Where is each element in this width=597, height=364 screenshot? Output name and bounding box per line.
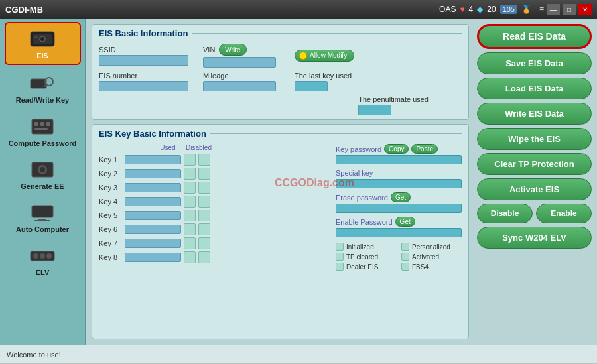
sync-w204-elv-button[interactable]: Sync W204 ELV <box>477 227 592 249</box>
key-3-used[interactable] <box>184 182 196 194</box>
disable-enable-row: Disable Enable <box>477 204 592 223</box>
svg-rect-10 <box>40 122 44 126</box>
last-key-input[interactable] <box>295 81 328 91</box>
erase-password-input[interactable] <box>336 204 462 213</box>
maximize-button[interactable]: □ <box>563 4 576 15</box>
key-7-used[interactable] <box>184 237 196 249</box>
key-row-2: Key 2 <box>99 168 324 180</box>
sidebar-item-read-write-key[interactable]: Read/Write Key <box>5 68 81 108</box>
key-1-used[interactable] <box>184 154 196 166</box>
read-write-key-label: Read/Write Key <box>16 96 70 104</box>
key-6-disabled[interactable] <box>198 223 210 235</box>
clear-tp-protection-button[interactable]: Clear TP Protection <box>477 153 592 175</box>
close-button[interactable]: ✕ <box>578 4 592 15</box>
keys-right: Key password Copy Paste Special key <box>329 144 462 350</box>
key-4-used[interactable] <box>184 196 196 208</box>
mileage-input[interactable] <box>203 81 276 91</box>
enable-get-button[interactable]: Get <box>395 217 415 227</box>
key-4-disabled[interactable] <box>198 196 210 208</box>
svg-rect-9 <box>34 122 38 126</box>
key-1-disabled[interactable] <box>198 154 210 166</box>
eis-num-row: EIS number Mileage The last key used <box>99 72 462 91</box>
key-4-input[interactable] <box>125 197 181 206</box>
used-col-label: Used <box>157 144 178 151</box>
legend-tp-cleared: TP cleared <box>336 253 396 261</box>
sidebar-item-generate-ee[interactable]: Generate EE <box>5 154 81 194</box>
save-eis-data-button[interactable]: Save EIS Data <box>477 52 592 74</box>
enable-password-input[interactable] <box>336 228 462 237</box>
key-password-label: Key password <box>336 145 381 153</box>
app-name: CGDI-MB <box>5 5 43 15</box>
key-row-3: Key 3 <box>99 182 324 194</box>
auto-computer-icon <box>26 201 59 224</box>
sidebar-item-eis[interactable]: EIS <box>5 22 81 65</box>
penultimate-row: The penultimate used <box>99 95 462 115</box>
svg-rect-4 <box>34 36 38 38</box>
key-2-disabled[interactable] <box>198 168 210 180</box>
disable-button[interactable]: Disable <box>477 204 533 223</box>
activate-eis-button[interactable]: Activate EIS <box>477 178 592 200</box>
key-5-used[interactable] <box>184 210 196 221</box>
write-button[interactable]: Write <box>219 44 246 56</box>
initialized-box <box>336 243 344 251</box>
erase-get-button[interactable]: Get <box>391 192 411 202</box>
activated-box <box>401 253 409 261</box>
key-row-8: Key 8 <box>99 251 324 263</box>
minimize-button[interactable]: — <box>547 4 560 15</box>
read-eis-data-button[interactable]: Read EIS Data <box>477 24 592 49</box>
key-8-used[interactable] <box>184 251 196 263</box>
svg-point-20 <box>33 253 38 259</box>
sidebar-item-auto-computer[interactable]: Auto Computer <box>5 197 81 237</box>
fbs4-label: FBS4 <box>412 263 429 271</box>
paste-button[interactable]: Paste <box>411 144 438 154</box>
key-5-input[interactable] <box>125 211 181 220</box>
key-8-input[interactable] <box>125 253 181 262</box>
penultimate-input[interactable] <box>358 105 391 115</box>
auto-computer-label: Auto Computer <box>16 225 69 233</box>
key-6-used[interactable] <box>184 223 196 235</box>
key-8-disabled[interactable] <box>198 251 210 263</box>
sidebar-item-compute-password[interactable]: Compute Password <box>5 111 81 151</box>
enable-button[interactable]: Enable <box>536 204 592 223</box>
eis-key-title: EIS Key Basic Information <box>99 129 206 139</box>
personalized-box <box>401 243 409 251</box>
copy-button[interactable]: Copy <box>384 144 409 154</box>
svg-rect-12 <box>34 128 48 130</box>
sidebar-item-elv[interactable]: ELV <box>5 240 81 280</box>
special-key-input[interactable] <box>336 179 462 188</box>
eis-basic-panel: EIS Basic Information SSID VIN Write <box>92 24 469 120</box>
key-7-disabled[interactable] <box>198 237 210 249</box>
key-6-input[interactable] <box>125 225 181 234</box>
key-2-used[interactable] <box>184 168 196 180</box>
svg-rect-18 <box>34 220 50 221</box>
diamond-value: 20 <box>487 5 496 14</box>
elv-icon <box>26 244 59 267</box>
load-eis-data-button[interactable]: Load EIS Data <box>477 78 592 99</box>
initialized-label: Initialized <box>346 243 374 251</box>
svg-point-21 <box>40 253 45 259</box>
sidebar: EIS Read/Write Key <box>0 19 86 345</box>
key-5-disabled[interactable] <box>198 210 210 221</box>
write-eis-data-button[interactable]: Write EIS Data <box>477 103 592 125</box>
last-key-label: The last key used <box>295 72 352 80</box>
keys-left: Used Disabled Key 1 Key 2 <box>99 144 324 350</box>
wipe-eis-button[interactable]: Wipe the EIS <box>477 128 592 150</box>
key-7-input[interactable] <box>125 239 181 248</box>
eis-icon <box>26 27 59 50</box>
allow-modify-toggle[interactable]: Allow Modify <box>295 50 354 62</box>
key-3-disabled[interactable] <box>198 182 210 194</box>
svg-rect-11 <box>46 122 50 126</box>
ssid-input[interactable] <box>99 55 188 66</box>
key-row-1: Key 1 <box>99 154 324 166</box>
key-3-input[interactable] <box>125 183 181 192</box>
diamond-icon: ◆ <box>477 5 483 14</box>
personalized-label: Personalized <box>412 243 450 251</box>
read-write-key-icon <box>26 72 59 95</box>
key-password-input[interactable] <box>336 155 462 164</box>
key-2-input[interactable] <box>125 169 181 178</box>
eis-number-input[interactable] <box>99 81 188 91</box>
vin-input[interactable] <box>203 57 276 68</box>
key-1-input[interactable] <box>125 155 181 164</box>
svg-rect-16 <box>32 206 53 217</box>
title-bar: CGDI-MB OAS ♥ 4 ◆ 20 105 🏅 ≡ — □ ✕ <box>0 0 597 19</box>
